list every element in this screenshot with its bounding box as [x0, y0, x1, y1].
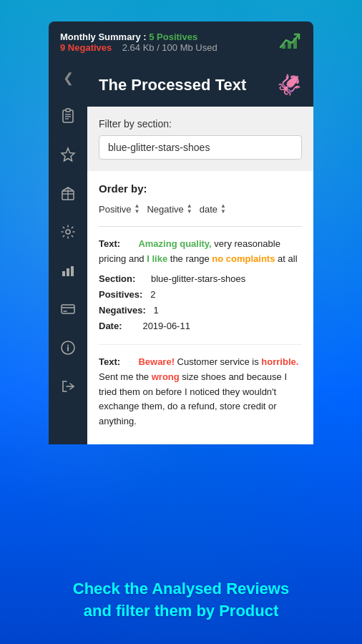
date-sort-button[interactable]: date ▲▼: [200, 203, 226, 215]
trend-icon: [279, 29, 302, 56]
negative-sort-button[interactable]: Negative ▲▼: [147, 203, 192, 215]
svg-rect-13: [62, 271, 65, 276]
chart-icon[interactable]: [55, 258, 81, 283]
highlight-horrible: horrible.: [261, 356, 298, 367]
filter-input[interactable]: [99, 135, 302, 160]
bottom-line-1: Check the Analysed Reviews: [21, 578, 341, 600]
svg-rect-2: [293, 38, 297, 49]
page-title: The Processed Text: [99, 76, 246, 94]
review-text-1: Text: Amazing quality, very reasonable p…: [99, 237, 302, 267]
octopus-icon: 🦑: [277, 73, 302, 97]
phone-container: Monthly Summary : 5 Positives 9 Negative…: [49, 21, 313, 444]
date-label-1: Date:: [99, 321, 122, 331]
review-meta-1: Section: blue-glitter-stars-shoes Positi…: [99, 271, 302, 334]
filter-label: Filter by section:: [99, 118, 302, 130]
svg-point-21: [67, 345, 69, 346]
svg-marker-8: [62, 148, 74, 161]
text-normal-2: the range: [170, 253, 212, 264]
svg-rect-15: [71, 266, 74, 276]
info-icon[interactable]: [55, 335, 81, 361]
review-card: Text: Amazing quality, very reasonable p…: [99, 227, 302, 345]
positive-sort-arrows: ▲▼: [134, 203, 140, 215]
date-sort-label: date: [200, 204, 217, 215]
svg-rect-4: [66, 109, 70, 112]
text-normal-5: Sent me the: [99, 371, 152, 382]
review-card-2: Text: Beware! Customer service is horrib…: [99, 345, 302, 444]
highlight-beware: Beware!: [138, 356, 175, 367]
text-label-2: Text:: [99, 356, 120, 367]
summary-text: Monthly Summary : 5 Positives 9 Negative…: [60, 31, 217, 53]
text-normal-4: Customer service is: [177, 356, 262, 367]
svg-rect-1: [288, 42, 291, 49]
clipboard-icon[interactable]: [55, 103, 81, 129]
highlight-complaints: no complaints: [212, 253, 275, 264]
order-section: Order by: Positive ▲▼ Negative ▲▼ date ▲…: [87, 171, 313, 226]
highlight-wrong: wrong: [152, 371, 180, 382]
highlight-like: I like: [147, 253, 167, 264]
star-icon[interactable]: [55, 142, 81, 167]
negatives-label-1: Negatives:: [99, 305, 146, 316]
negatives-count: 9 Negatives: [60, 42, 112, 53]
positives-count: 5 Positives: [149, 31, 197, 42]
summary-bar: Monthly Summary : 5 Positives 9 Negative…: [49, 21, 313, 63]
summary-label: Monthly Summary :: [60, 31, 147, 42]
negative-sort-arrows: ▲▼: [187, 203, 192, 215]
reviews-area: Text: Amazing quality, very reasonable p…: [87, 227, 313, 444]
exit-icon[interactable]: [55, 374, 81, 399]
bottom-text: Check the Analysed Reviews and filter th…: [0, 578, 362, 623]
content-area: The Processed Text 🦑 Filter by section: …: [87, 63, 313, 444]
positive-sort-label: Positive: [99, 204, 132, 215]
filter-section: Filter by section:: [87, 107, 313, 171]
order-buttons: Positive ▲▼ Negative ▲▼ date ▲▼: [99, 203, 302, 215]
negative-sort-label: Negative: [147, 204, 183, 215]
svg-rect-14: [67, 268, 69, 276]
svg-rect-16: [62, 305, 74, 313]
sidebar-chevron[interactable]: ❮: [63, 70, 74, 86]
box-icon[interactable]: [55, 180, 81, 206]
text-label-1: Text:: [99, 238, 120, 249]
app-area: ❮: [49, 63, 313, 444]
page-header: The Processed Text 🦑: [87, 63, 313, 107]
storage-info: 2.64 Kb / 100 Mb Used: [122, 42, 217, 53]
bottom-line-2: and filter them by Product: [21, 600, 341, 623]
svg-rect-0: [282, 44, 285, 49]
review-text-2: Text: Beware! Customer service is horrib…: [99, 355, 302, 429]
card-icon[interactable]: [55, 296, 81, 322]
gear-icon[interactable]: [55, 219, 81, 245]
highlight-amazing: Amazing quality,: [138, 238, 211, 249]
order-label: Order by:: [99, 182, 302, 195]
positives-label-1: Positives:: [99, 289, 142, 300]
svg-point-12: [66, 230, 70, 234]
section-label-1: Section:: [99, 273, 135, 284]
date-sort-arrows: ▲▼: [220, 203, 226, 215]
text-normal-3: at all: [278, 253, 297, 264]
sidebar: ❮: [49, 63, 87, 444]
positive-sort-button[interactable]: Positive ▲▼: [99, 203, 140, 215]
